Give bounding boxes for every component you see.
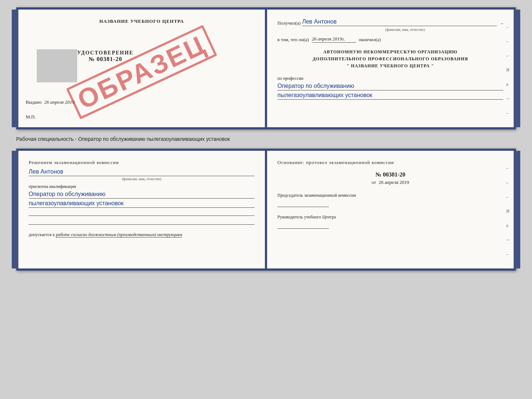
protocol-number: № 00381-20 [277,171,503,178]
vydano-label: Выдано [26,99,42,105]
resheniem-label: Решением экзаменационной комиссии [29,160,255,165]
predsedatel-signature [277,200,329,207]
kvalif-line2: пылегазоулавливающих установок [29,200,255,208]
rukovoditel-signature [277,222,329,229]
prisvoena-label: присвоена квалификация [29,184,255,189]
stamp-text: ОБРАЗЕЦ [66,25,218,119]
photo-placeholder [37,49,77,82]
protocol-date: от 26 апреля 2019 [277,179,503,185]
bottom-cert-right-page: Основание: протокол экзаменационной коми… [267,151,514,268]
fio-subtitle-top: (фамилия, имя, отчество) [307,28,503,32]
professiya-label: по профессии [277,76,503,81]
poluchil-label: Получил(а) [277,20,301,26]
dash-right: – [501,20,504,26]
professiya-line1: Оператор по обслуживанию [277,83,503,90]
protocol-date-prefix: от [371,179,376,185]
bottom-certificate: Решением экзаменационной комиссии Лев Ан… [16,149,516,271]
okonchil-label: окончил(а) [359,37,381,43]
org-line2: ДОПОЛНИТЕЛЬНОГО ПРОФЕССИОНАЛЬНОГО ОБРАЗО… [277,56,503,63]
rukovoditel-block: Руководитель учебного Центра [277,214,503,229]
kvalif-line1: Оператор по обслуживанию [29,191,255,199]
right-margin-marks-bottom: – – – И а ← – – [506,165,511,271]
signature-line-1 [29,209,255,216]
poluchil-line: Получил(а) Лев Антонов – [277,18,503,26]
mp-line: М.П. [26,114,36,120]
dopuskaetsya-block: допускается к работе согласно должностны… [29,232,255,238]
vtom-label: в том, что он(а) [277,37,309,43]
vtom-date: 26 апреля 2019г. [312,36,356,43]
fio-subtitle-bottom: (фамилия, имя, отчество) [29,177,255,181]
vtom-line: в том, что он(а) 26 апреля 2019г. окончи… [277,36,503,43]
org-block: АВТОНОМНУЮ НЕКОММЕРЧЕСКУЮ ОРГАНИЗАЦИЮ ДО… [277,49,503,70]
udostoverenie-box: УДОСТОВЕРЕНИЕ № 00381-20 [77,50,133,63]
separator-label: Рабочая специальность - Оператор по обсл… [16,134,516,144]
top-cert-left-page: НАЗВАНИЕ УЧЕБНОГО ЦЕНТРА УДОСТОВЕРЕНИЕ №… [18,10,266,127]
vydano-date: 26 апреля 2019 [44,99,75,105]
person-name-bottom: Лев Антонов [29,168,255,176]
predsedatel-label: Председатель экзаменационной комиссии [277,193,503,198]
top-cert-right-page: Получил(а) Лев Антонов – (фамилия, имя, … [267,10,514,127]
right-margin-marks: – – – И а ← – – [506,24,511,130]
rukovoditel-label: Руководитель учебного Центра [277,214,503,220]
document-wrapper: НАЗВАНИЕ УЧЕБНОГО ЦЕНТРА УДОСТОВЕРЕНИЕ №… [16,7,516,271]
professiya-line2: пылегазоулавливающих установок [277,92,503,100]
osnovanie-title: Основание: протокол экзаменационной коми… [277,160,503,165]
school-name-top: НАЗВАНИЕ УЧЕБНОГО ЦЕНТРА [99,18,184,24]
org-line1: АВТОНОМНУЮ НЕКОММЕРЧЕСКУЮ ОРГАНИЗАЦИЮ [277,49,503,56]
org-line3: " НАЗВАНИЕ УЧЕБНОГО ЦЕНТРА " [277,63,503,70]
predsedatel-block: Председатель экзаменационной комиссии [277,193,503,207]
dopuskaetsya-label: допускается к [29,232,55,237]
poluchil-name: Лев Антонов [302,18,496,26]
protocol-date-value: 26 апреля 2019 [379,179,409,185]
bottom-cert-left-page: Решением экзаменационной комиссии Лев Ан… [18,151,266,268]
signature-line-2 [29,218,255,225]
dopuskaetsya-text: работе согласно должностным (производств… [56,232,182,238]
top-certificate: НАЗВАНИЕ УЧЕБНОГО ЦЕНТРА УДОСТОВЕРЕНИЕ №… [16,7,516,129]
cert-number-top: № 00381-20 [77,56,133,63]
udostoverenie-title: УДОСТОВЕРЕНИЕ [77,50,133,56]
mp-label: М.П. [26,114,36,120]
vydano-line: Выдано 26 апреля 2019 [26,99,258,105]
